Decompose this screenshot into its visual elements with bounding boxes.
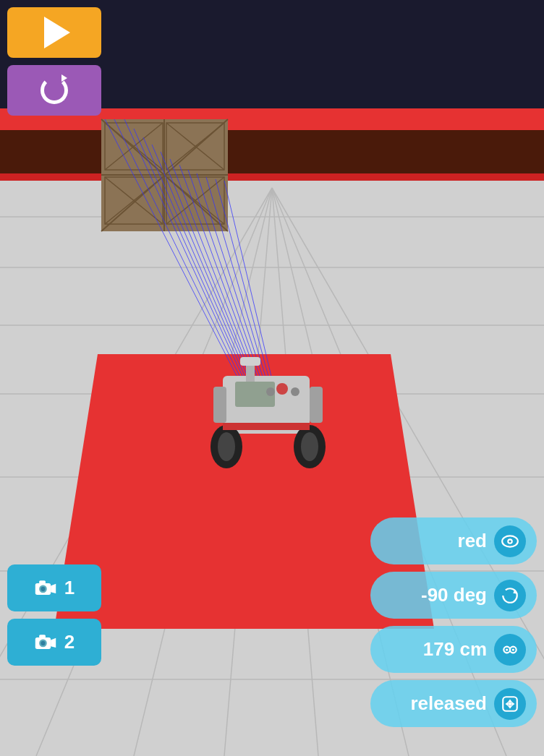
camera1-label: 1 xyxy=(64,577,75,599)
touch-status-panel[interactable]: released xyxy=(370,680,537,727)
svg-marker-89 xyxy=(506,701,509,706)
svg-rect-74 xyxy=(39,635,46,637)
svg-rect-64 xyxy=(240,357,260,366)
touch-value: released xyxy=(385,692,487,715)
camera-icon xyxy=(34,579,57,598)
svg-rect-55 xyxy=(310,387,323,423)
reset-icon xyxy=(41,77,68,104)
svg-point-83 xyxy=(506,648,508,650)
svg-point-68 xyxy=(41,586,45,590)
svg-rect-69 xyxy=(39,580,46,583)
play-icon xyxy=(44,17,70,48)
svg-marker-90 xyxy=(511,701,514,706)
svg-point-57 xyxy=(291,387,299,396)
camera2-label: 2 xyxy=(64,631,75,653)
angle-icon xyxy=(494,580,526,611)
camera1-button[interactable]: 1 xyxy=(7,564,101,611)
svg-point-62 xyxy=(301,432,318,461)
distance-status-panel[interactable]: 179 cm xyxy=(370,626,537,673)
reset-button[interactable] xyxy=(7,65,101,116)
color-value: red xyxy=(385,530,487,552)
svg-marker-70 xyxy=(51,583,56,593)
svg-point-56 xyxy=(276,383,288,395)
angle-value: -90 deg xyxy=(385,584,487,606)
color-status-panel[interactable]: red xyxy=(370,517,537,564)
svg-rect-54 xyxy=(213,387,226,423)
svg-marker-75 xyxy=(51,637,56,647)
angle-status-panel[interactable]: -90 deg xyxy=(370,572,537,619)
svg-point-91 xyxy=(509,702,511,705)
camera2-button[interactable]: 2 xyxy=(7,619,101,666)
play-button[interactable] xyxy=(7,7,101,58)
distance-value: 179 cm xyxy=(385,638,487,661)
simulation-view: 1 2 red xyxy=(0,0,544,756)
color-icon xyxy=(494,525,526,557)
camera2-icon xyxy=(34,633,57,652)
svg-point-58 xyxy=(266,387,275,396)
svg-point-60 xyxy=(218,432,235,461)
distance-icon xyxy=(494,634,526,666)
svg-point-85 xyxy=(512,648,514,650)
svg-rect-65 xyxy=(223,423,310,430)
touch-icon xyxy=(494,688,526,720)
svg-point-73 xyxy=(41,640,45,645)
svg-point-79 xyxy=(509,540,511,542)
